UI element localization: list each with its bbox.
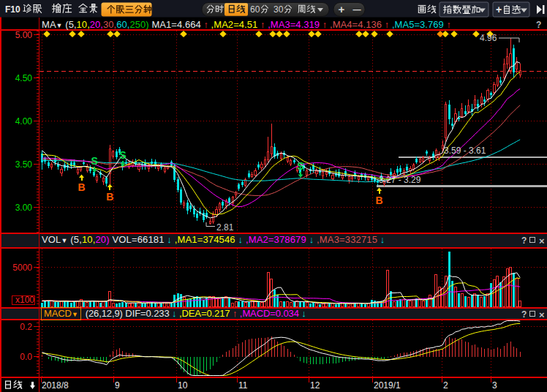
svg-text:30: 30 bbox=[274, 4, 284, 15]
svg-text:5000: 5000 bbox=[12, 263, 32, 273]
svg-text:2018/8: 2018/8 bbox=[42, 380, 69, 391]
svg-text:B: B bbox=[78, 181, 85, 193]
svg-text:11: 11 bbox=[238, 380, 248, 391]
svg-text:12: 12 bbox=[310, 380, 320, 391]
svg-text:0.0: 0.0 bbox=[20, 352, 32, 362]
svg-text:x100: x100 bbox=[15, 295, 34, 305]
svg-text:3.50: 3.50 bbox=[15, 159, 33, 170]
svg-text:10: 10 bbox=[178, 380, 188, 391]
svg-text:+: + bbox=[339, 3, 345, 15]
svg-text:4.96: 4.96 bbox=[480, 33, 497, 43]
svg-text:60: 60 bbox=[250, 4, 260, 15]
svg-text:4.00: 4.00 bbox=[15, 116, 33, 127]
svg-text:4.50: 4.50 bbox=[15, 73, 33, 83]
svg-text:0.2: 0.2 bbox=[20, 322, 32, 332]
svg-text:B: B bbox=[106, 191, 113, 203]
svg-text:S: S bbox=[91, 155, 98, 167]
svg-text:B: B bbox=[375, 195, 382, 206]
svg-text:5.00: 5.00 bbox=[15, 30, 33, 40]
svg-text:9: 9 bbox=[115, 380, 120, 391]
svg-text:S: S bbox=[119, 149, 126, 161]
svg-text:2: 2 bbox=[443, 380, 448, 391]
svg-text:3.59 - 3.61: 3.59 - 3.61 bbox=[444, 146, 486, 156]
svg-text:F10: F10 bbox=[5, 4, 20, 15]
svg-text:3.00: 3.00 bbox=[15, 203, 33, 213]
svg-text:2.81: 2.81 bbox=[216, 222, 234, 233]
svg-text:—: — bbox=[353, 5, 361, 14]
svg-text:3: 3 bbox=[492, 380, 497, 391]
svg-text:2019/1: 2019/1 bbox=[374, 380, 401, 391]
svg-text:S: S bbox=[297, 160, 303, 172]
svg-text:+: + bbox=[496, 4, 502, 15]
svg-text:3.27 - 3.29: 3.27 - 3.29 bbox=[379, 175, 421, 185]
